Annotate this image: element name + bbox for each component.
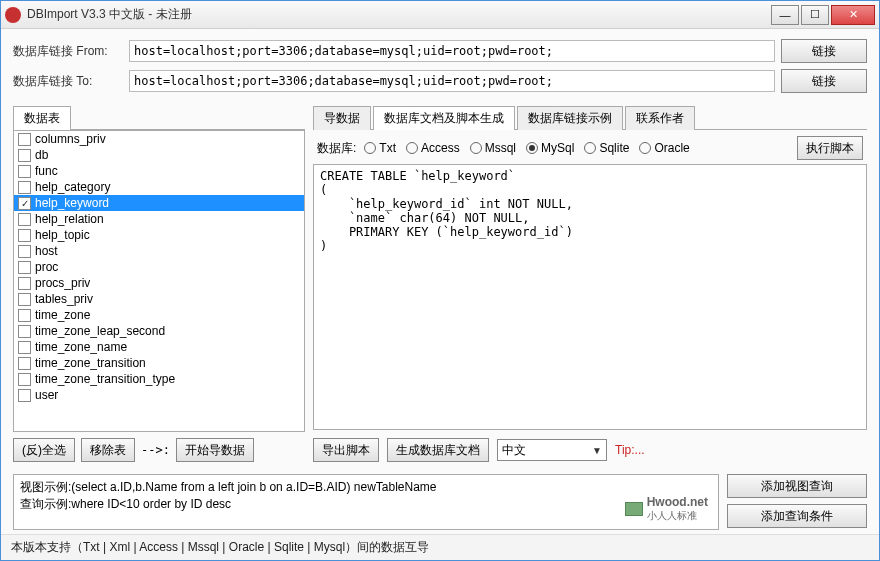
checkbox-icon[interactable] [18,229,31,242]
execute-script-button[interactable]: 执行脚本 [797,136,863,160]
table-name: help_relation [35,212,104,226]
checkbox-icon[interactable] [18,389,31,402]
table-row[interactable]: time_zone_transition_type [14,371,304,387]
table-row[interactable]: user [14,387,304,403]
tab-tables[interactable]: 数据表 [13,106,71,130]
window-title: DBImport V3.3 中文版 - 未注册 [27,6,771,23]
logo-subtext: 小人人标准 [647,509,708,523]
radio-txt[interactable]: Txt [364,141,396,155]
table-name: host [35,244,58,258]
query-example-text: 查询示例:where ID<10 order by ID desc [20,496,712,513]
select-all-button[interactable]: (反)全选 [13,438,75,462]
generate-doc-button[interactable]: 生成数据库文档 [387,438,489,462]
table-name: columns_priv [35,132,106,146]
table-row[interactable]: time_zone_name [14,339,304,355]
table-name: help_topic [35,228,90,242]
add-view-query-button[interactable]: 添加视图查询 [727,474,867,498]
view-example-text: 视图示例:(select a.ID,b.Name from a left joi… [20,479,712,496]
radio-mysql[interactable]: MySql [526,141,574,155]
table-name: time_zone_leap_second [35,324,165,338]
tab-1[interactable]: 数据库文档及脚本生成 [373,106,515,130]
checkbox-icon[interactable] [18,149,31,162]
table-row[interactable]: columns_priv [14,131,304,147]
table-row[interactable]: help_category [14,179,304,195]
checkbox-icon[interactable] [18,373,31,386]
checkbox-icon[interactable] [18,165,31,178]
table-row[interactable]: host [14,243,304,259]
titlebar: DBImport V3.3 中文版 - 未注册 — ☐ ✕ [1,1,879,29]
checkbox-icon[interactable] [18,181,31,194]
radio-mssql[interactable]: Mssql [470,141,516,155]
checkbox-icon[interactable] [18,357,31,370]
maximize-button[interactable]: ☐ [801,5,829,25]
checkbox-icon[interactable] [18,309,31,322]
checkbox-icon[interactable] [18,213,31,226]
examples-box[interactable]: 视图示例:(select a.ID,b.Name from a left joi… [13,474,719,530]
tip-label: Tip:... [615,443,645,457]
checkbox-icon[interactable] [18,341,31,354]
export-script-button[interactable]: 导出脚本 [313,438,379,462]
radio-label: Mssql [485,141,516,155]
table-row[interactable]: help_relation [14,211,304,227]
table-name: proc [35,260,58,274]
table-row[interactable]: ✓help_keyword [14,195,304,211]
table-name: help_keyword [35,196,109,210]
conn-from-input[interactable] [129,40,775,62]
tab-2[interactable]: 数据库链接示例 [517,106,623,130]
checkbox-icon[interactable] [18,293,31,306]
app-window: DBImport V3.3 中文版 - 未注册 — ☐ ✕ 数据库链接 From… [0,0,880,561]
minimize-button[interactable]: — [771,5,799,25]
content-area: 数据库链接 From: 链接 数据库链接 To: 链接 数据表 columns_… [1,29,879,534]
footer-text: 本版本支持（Txt | Xml | Access | Mssql | Oracl… [1,534,879,560]
checkbox-icon[interactable] [18,133,31,146]
table-name: procs_priv [35,276,90,290]
table-row[interactable]: db [14,147,304,163]
checkbox-icon[interactable] [18,277,31,290]
connect-to-button[interactable]: 链接 [781,69,867,93]
connect-from-button[interactable]: 链接 [781,39,867,63]
window-controls: — ☐ ✕ [771,5,875,25]
script-textarea[interactable]: CREATE TABLE `help_keyword` ( `help_keyw… [313,164,867,430]
side-buttons: 添加视图查询 添加查询条件 [727,474,867,530]
table-row[interactable]: func [14,163,304,179]
checkbox-icon[interactable]: ✓ [18,197,31,210]
table-name: time_zone_name [35,340,127,354]
conn-to-input[interactable] [129,70,775,92]
table-row[interactable]: tables_priv [14,291,304,307]
radio-dot-icon [406,142,418,154]
checkbox-icon[interactable] [18,261,31,274]
add-query-condition-button[interactable]: 添加查询条件 [727,504,867,528]
right-tabset: 导数据数据库文档及脚本生成数据库链接示例联系作者 [313,105,867,130]
radio-label: Oracle [654,141,689,155]
table-row[interactable]: time_zone [14,307,304,323]
app-icon [5,7,21,23]
table-row[interactable]: time_zone_transition [14,355,304,371]
radio-dot-icon [470,142,482,154]
checkbox-icon[interactable] [18,245,31,258]
close-button[interactable]: ✕ [831,5,875,25]
table-list[interactable]: columns_privdbfunchelp_category✓help_key… [13,130,305,432]
chevron-down-icon: ▼ [592,445,602,456]
radio-label: Sqlite [599,141,629,155]
table-row[interactable]: procs_priv [14,275,304,291]
radio-oracle[interactable]: Oracle [639,141,689,155]
table-name: time_zone [35,308,90,322]
radio-access[interactable]: Access [406,141,460,155]
radio-label: Access [421,141,460,155]
remove-table-button[interactable]: 移除表 [81,438,135,462]
table-row[interactable]: time_zone_leap_second [14,323,304,339]
tab-0[interactable]: 导数据 [313,106,371,130]
logo: Hwood.net 小人人标准 [625,495,708,523]
radio-dot-icon [584,142,596,154]
checkbox-icon[interactable] [18,325,31,338]
table-row[interactable]: proc [14,259,304,275]
language-combo[interactable]: 中文 ▼ [497,439,607,461]
start-import-button[interactable]: 开始导数据 [176,438,254,462]
conn-to-label: 数据库链接 To: [13,73,123,90]
table-name: db [35,148,48,162]
tab-3[interactable]: 联系作者 [625,106,695,130]
left-buttons: (反)全选 移除表 -->: 开始导数据 [13,438,305,462]
radio-label: Txt [379,141,396,155]
table-row[interactable]: help_topic [14,227,304,243]
radio-sqlite[interactable]: Sqlite [584,141,629,155]
